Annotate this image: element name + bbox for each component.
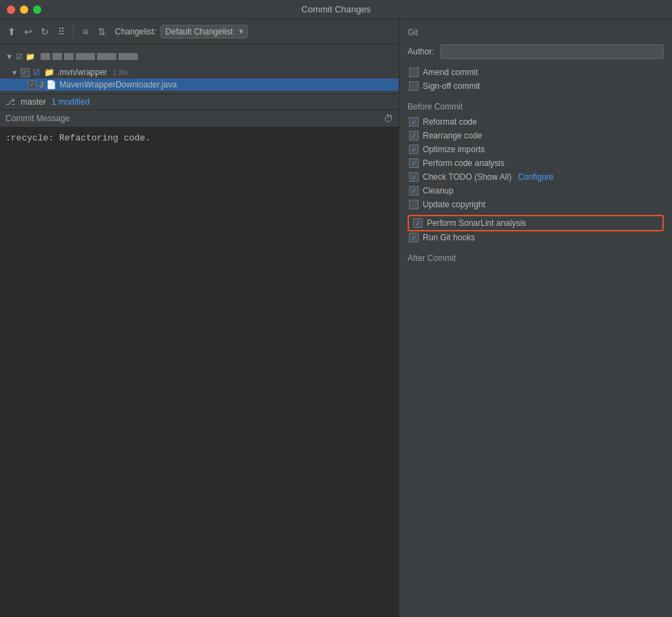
author-row: Author: xyxy=(408,44,664,59)
run-git-hooks-checkbox[interactable] xyxy=(409,233,419,242)
view-option-4[interactable] xyxy=(76,53,95,60)
update-copyright-row: Update copyright xyxy=(408,200,664,209)
view-option-6[interactable] xyxy=(118,53,138,60)
signoff-commit-row: Sign-off commit xyxy=(408,81,664,91)
view-option-5[interactable] xyxy=(97,53,116,60)
view-option-3[interactable] xyxy=(64,53,74,60)
amend-commit-label: Amend commit xyxy=(423,67,478,77)
check-todo-row: Check TODO (Show All) Configure xyxy=(408,172,664,182)
rearrange-code-checkbox[interactable] xyxy=(409,131,419,140)
author-input[interactable] xyxy=(440,44,664,59)
sonarlint-label: Perform SonarLint analysis xyxy=(427,218,526,228)
signoff-commit-label: Sign-off commit xyxy=(423,81,480,91)
commit-msg-header: Commit Message ⏱ xyxy=(0,110,399,127)
tree-file-icon: 📄 xyxy=(46,80,56,90)
tree-label-mvn: .mvn/wrapper xyxy=(57,67,107,77)
reformat-code-label: Reformat code xyxy=(423,117,477,127)
java-icon: J xyxy=(39,81,43,89)
reformat-code-row: Reformat code xyxy=(408,117,664,127)
commit-message-area: Commit Message ⏱ :recycle: Refactoring c… xyxy=(0,110,399,617)
close-button[interactable] xyxy=(7,6,15,14)
view-option-2[interactable] xyxy=(52,53,62,60)
changelist-label: Changelist: xyxy=(115,27,156,36)
tree-label-file: MavenWrapperDownloader.java xyxy=(59,80,177,90)
run-git-hooks-row: Run Git hooks xyxy=(408,233,664,242)
reformat-code-checkbox[interactable] xyxy=(409,117,419,127)
left-panel: ⬆ ↩ ↻ ⠿ ≡ ⇅ Changelist: Default Changeli… xyxy=(0,19,399,617)
tree-checkbox2-mvn[interactable]: ☑ xyxy=(32,68,41,77)
optimize-imports-row: Optimize imports xyxy=(408,145,664,154)
status-bar: ⎇ master 1 modified xyxy=(0,94,399,110)
commit-msg-label: Commit Message xyxy=(6,114,70,123)
tree-folder-icon: 📁 xyxy=(44,67,54,77)
optimize-imports-label: Optimize imports xyxy=(423,145,485,154)
split-icon[interactable]: ⇅ xyxy=(96,25,108,38)
perform-code-analysis-row: Perform code analysis xyxy=(408,158,664,168)
changelist-select[interactable]: Default Changelist xyxy=(160,25,248,39)
maximize-button[interactable] xyxy=(33,6,41,14)
update-copyright-label: Update copyright xyxy=(423,200,485,209)
update-copyright-checkbox[interactable] xyxy=(409,200,419,209)
amend-commit-checkbox[interactable] xyxy=(409,67,419,77)
rearrange-code-label: Rearrange code xyxy=(423,131,482,140)
refresh-icon[interactable]: ↻ xyxy=(39,25,51,38)
branch-icon: ⎇ xyxy=(6,97,15,107)
commit-textarea[interactable]: :recycle: Refactoring code. xyxy=(0,127,399,617)
tree-expand-icon[interactable]: ▼ xyxy=(6,52,13,61)
tree-toolbar: ▼ ☑ 📁 xyxy=(0,47,399,66)
git-label: Git xyxy=(408,28,664,37)
modified-badge[interactable]: 1 modified xyxy=(52,97,90,107)
minimize-button[interactable] xyxy=(20,6,28,14)
grid-icon[interactable]: ⠿ xyxy=(55,25,67,38)
sonarlint-checkbox[interactable] xyxy=(413,218,423,228)
sonarlint-row: Perform SonarLint analysis xyxy=(408,215,664,231)
tree-checkbox-file[interactable] xyxy=(28,81,36,90)
tree-row-file[interactable]: J 📄 MavenWrapperDownloader.java xyxy=(0,79,399,91)
configure-link[interactable]: Configure xyxy=(518,172,554,182)
changelist-wrapper: Default Changelist ▼ xyxy=(160,25,248,39)
arrow-up-icon[interactable]: ⬆ xyxy=(6,25,18,38)
right-panel: Git Author: Amend commit Sign-off commit… xyxy=(399,19,672,617)
before-commit-label: Before Commit xyxy=(408,102,664,112)
tree-badge-mvn: 1 file xyxy=(113,68,129,76)
window-title: Commit Changes xyxy=(302,4,370,14)
toolbar: ⬆ ↩ ↻ ⠿ ≡ ⇅ Changelist: Default Changeli… xyxy=(0,19,399,44)
sort-icon[interactable]: ≡ xyxy=(79,25,92,38)
signoff-commit-checkbox[interactable] xyxy=(409,81,419,91)
check-todo-label: Check TODO (Show All) xyxy=(423,172,514,182)
undo-icon[interactable]: ↩ xyxy=(22,25,34,38)
run-git-hooks-label: Run Git hooks xyxy=(423,233,475,242)
after-commit-label: After Commit xyxy=(408,253,664,263)
title-bar: Commit Changes xyxy=(0,0,672,19)
window-controls xyxy=(7,6,41,14)
tree-chevron-icon: ▼ xyxy=(11,69,18,76)
clock-icon[interactable]: ⏱ xyxy=(384,113,393,124)
perform-code-analysis-checkbox[interactable] xyxy=(409,158,419,168)
branch-name: master xyxy=(21,97,46,107)
check-todo-checkbox[interactable] xyxy=(409,172,419,182)
tree-check-icon[interactable]: ☑ xyxy=(16,52,23,61)
optimize-imports-checkbox[interactable] xyxy=(409,145,419,154)
tree-row-mvn[interactable]: ▼ ☑ 📁 .mvn/wrapper 1 file xyxy=(0,66,399,79)
file-tree: ▼ ☑ 📁 ▼ ☑ 📁 .mv xyxy=(0,44,399,94)
tree-view-options xyxy=(41,53,138,60)
file-icon-wrapper: J xyxy=(39,81,43,89)
author-label: Author: xyxy=(408,47,434,56)
tree-folder2-icon[interactable]: 📁 xyxy=(25,52,35,61)
separator xyxy=(73,25,74,38)
amend-commit-row: Amend commit xyxy=(408,67,664,77)
perform-code-analysis-label: Perform code analysis xyxy=(423,158,505,168)
cleanup-label: Cleanup xyxy=(423,186,454,196)
view-option-1[interactable] xyxy=(41,53,50,60)
cleanup-row: Cleanup xyxy=(408,186,664,196)
rearrange-code-row: Rearrange code xyxy=(408,131,664,140)
cleanup-checkbox[interactable] xyxy=(409,186,419,196)
tree-checkbox-mvn[interactable] xyxy=(21,68,30,77)
main-container: ⬆ ↩ ↻ ⠿ ≡ ⇅ Changelist: Default Changeli… xyxy=(0,19,672,617)
